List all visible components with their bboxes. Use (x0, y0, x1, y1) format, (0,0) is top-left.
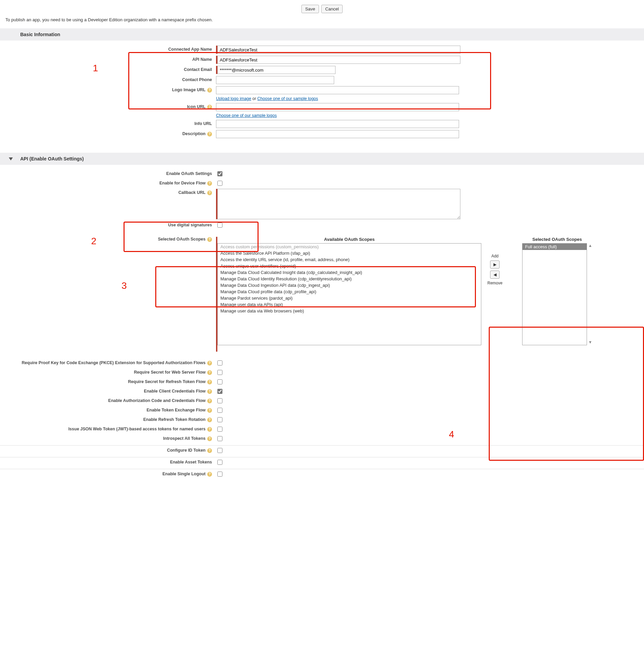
selected-scope-item[interactable]: Full access (full) (523, 244, 586, 250)
help-icon[interactable]: ? (207, 408, 212, 413)
help-icon[interactable]: ? (207, 361, 212, 366)
label-client-creds: Enable Client Credentials Flow? (0, 388, 216, 394)
selected-scopes-title: Selected OAuth Scopes (522, 237, 592, 243)
help-icon[interactable]: ? (207, 88, 212, 92)
label-api-name: API Name (0, 56, 216, 62)
checkbox-introspect[interactable] (217, 436, 223, 441)
help-icon[interactable]: ? (207, 191, 212, 195)
annotation-number-2: 2 (91, 236, 96, 246)
link-upload-logo[interactable]: Upload logo image (216, 96, 251, 101)
label-asset-tokens: Enable Asset Tokens (0, 458, 216, 464)
label-secret-refresh: Require Secret for Refresh Token Flow? (0, 378, 216, 385)
available-scope-item[interactable]: Access the identity URL service (id, pro… (218, 256, 481, 263)
section-basic-information: Basic Information (0, 28, 644, 41)
label-id-token: Configure ID Token? (0, 446, 216, 453)
input-logo-url[interactable] (216, 86, 459, 94)
textarea-callback-url[interactable] (217, 189, 460, 219)
label-selected-scopes: Selected OAuth Scopes? (0, 237, 216, 242)
remove-label: Remove (487, 281, 503, 285)
help-icon[interactable]: ? (207, 237, 212, 242)
help-icon[interactable]: ? (207, 105, 212, 109)
help-icon[interactable]: ? (207, 370, 212, 375)
intro-text: To publish an app, you need to be using … (0, 15, 644, 27)
checkbox-refresh-rotation[interactable] (217, 417, 223, 422)
help-icon[interactable]: ? (207, 472, 212, 477)
remove-button[interactable]: ◀ (490, 270, 500, 279)
label-connected-app-name: Connected App Name (0, 46, 216, 52)
label-callback-url: Callback URL? (0, 189, 216, 195)
available-scope-item[interactable]: Access custom permissions (custom_permis… (218, 244, 481, 250)
checkbox-secret-refresh[interactable] (217, 379, 223, 385)
label-logo-url: Logo Image URL? (0, 86, 216, 92)
label-digital-signatures: Use digital signatures (0, 221, 216, 227)
label-secret-web: Require Secret for Web Server Flow? (0, 369, 216, 375)
label-icon-url: Icon URL? (0, 103, 216, 109)
label-contact-phone: Contact Phone (0, 76, 216, 82)
available-scope-item[interactable]: Manage Data Cloud Ingestion API data (cd… (218, 282, 481, 288)
available-scope-item[interactable]: Manage user data via Web browsers (web) (218, 308, 481, 314)
annotation-number-1: 1 (93, 63, 98, 74)
available-scope-item[interactable]: Manage Data Cloud Calculated Insight dat… (218, 269, 481, 276)
checkbox-id-token[interactable] (217, 448, 223, 453)
checkbox-token-exchange[interactable] (217, 408, 223, 413)
input-icon-url[interactable] (216, 103, 459, 111)
add-label: Add (491, 254, 499, 258)
label-pkce: Require Proof Key for Code Exchange (PKC… (0, 359, 216, 366)
checkbox-secret-web[interactable] (217, 370, 223, 375)
link-choose-sample-icon[interactable]: Choose one of our sample logos (216, 113, 277, 118)
help-icon[interactable]: ? (207, 436, 212, 441)
caret-down-icon (9, 157, 13, 160)
available-scope-item[interactable]: Manage user data via APIs (api) (218, 301, 481, 308)
or-text: or (251, 96, 257, 101)
input-api-name[interactable] (217, 56, 460, 64)
help-icon[interactable]: ? (207, 399, 212, 403)
help-icon[interactable]: ? (207, 427, 212, 432)
available-scope-item[interactable]: Access the Salesforce API Platform (sfap… (218, 250, 481, 256)
section-api[interactable]: API (Enable OAuth Settings) (0, 153, 644, 165)
label-token-exchange: Enable Token Exchange Flow? (0, 407, 216, 413)
listbox-available-scopes[interactable]: Access custom permissions (custom_permis… (217, 243, 481, 345)
checkbox-authcode-creds[interactable] (217, 398, 223, 403)
help-icon[interactable]: ? (207, 181, 212, 186)
save-button[interactable]: Save (301, 5, 319, 13)
label-device-flow: Enable for Device Flow? (0, 179, 216, 186)
checkbox-device-flow[interactable] (217, 181, 223, 186)
link-choose-sample-logo[interactable]: Choose one of our sample logos (257, 96, 318, 101)
help-icon[interactable]: ? (207, 389, 212, 394)
checkbox-enable-oauth[interactable] (217, 171, 223, 176)
available-scopes-title: Available OAuth Scopes (217, 237, 481, 243)
label-single-logout: Enable Single Logout? (0, 470, 216, 477)
label-info-url: Info URL (0, 120, 216, 126)
input-connected-app-name[interactable] (217, 46, 460, 54)
add-button[interactable]: ▶ (490, 260, 500, 268)
available-scope-item[interactable]: Manage Data Cloud Identity Resolution (c… (218, 276, 481, 282)
section-api-label: API (Enable OAuth Settings) (20, 156, 84, 161)
available-scope-item[interactable]: Manage Pardot services (pardot_api) (218, 295, 481, 301)
label-authcode-creds: Enable Authorization Code and Credential… (0, 397, 216, 403)
checkbox-client-credentials[interactable] (217, 389, 223, 394)
help-icon[interactable]: ? (207, 448, 212, 453)
label-description: Description? (0, 130, 216, 136)
scroll-down-icon: ▼ (588, 340, 592, 345)
help-icon[interactable]: ? (207, 417, 212, 422)
label-jwt: Issue JSON Web Token (JWT)-based access … (0, 425, 216, 432)
available-scope-item[interactable]: Access unique user identifiers (openid) (218, 263, 481, 269)
checkbox-asset-tokens[interactable] (217, 460, 223, 465)
annotation-number-3: 3 (121, 280, 127, 291)
help-icon[interactable]: ? (207, 132, 212, 136)
label-refresh-rotation: Enable Refresh Token Rotation? (0, 416, 216, 422)
checkbox-digital-signatures[interactable] (217, 223, 223, 228)
listbox-selected-scopes[interactable]: Full access (full) (522, 243, 587, 345)
input-info-url[interactable] (216, 120, 459, 128)
checkbox-jwt[interactable] (217, 427, 223, 432)
label-contact-email: Contact Email (0, 66, 216, 72)
checkbox-single-logout[interactable] (217, 472, 223, 477)
checkbox-pkce[interactable] (217, 360, 223, 366)
input-description[interactable] (216, 130, 459, 138)
input-contact-email[interactable] (217, 66, 336, 74)
label-enable-oauth: Enable OAuth Settings (0, 170, 216, 176)
input-contact-phone[interactable] (216, 76, 334, 84)
cancel-button[interactable]: Cancel (321, 5, 342, 13)
available-scope-item[interactable]: Manage Data Cloud profile data (cdp_prof… (218, 288, 481, 295)
help-icon[interactable]: ? (207, 380, 212, 385)
